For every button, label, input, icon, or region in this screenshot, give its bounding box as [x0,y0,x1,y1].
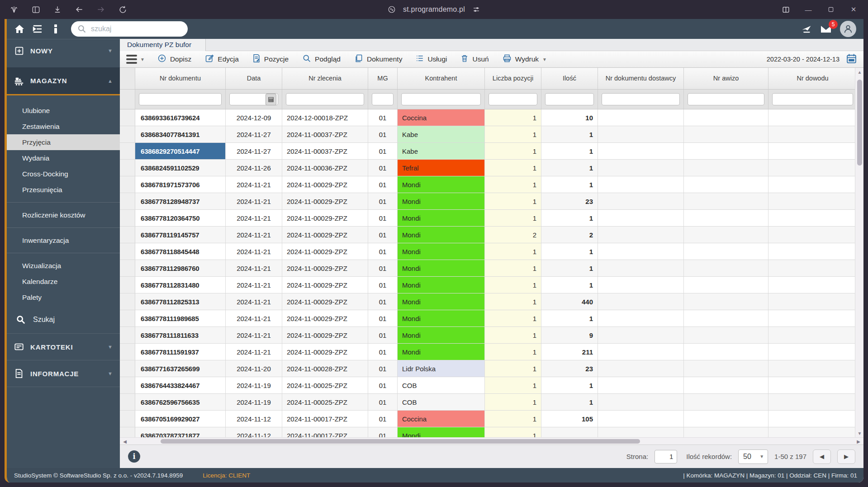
filter-input-nr-dokumentu[interactable] [139,93,222,105]
cell-nr-dokumentu-dostawcy[interactable] [598,260,684,276]
cell-nr-awizo[interactable] [684,193,768,209]
cell-kontrahent[interactable]: Mondi [398,427,485,437]
cell-nr-awizo[interactable] [684,310,768,326]
cell-mg[interactable]: 01 [368,327,398,343]
cell-nr-dowodu[interactable] [768,310,857,326]
cell-liczba-pozycji[interactable]: 1 [485,377,541,393]
downloads-icon[interactable] [52,5,62,14]
cell-data[interactable]: 2024-11-21 [226,293,282,310]
menu-collapse-icon[interactable] [32,24,43,34]
cell-kontrahent[interactable]: COB [398,377,485,393]
cell-ilosc[interactable]: 1 [541,277,598,293]
cell-nr-dokumentu-dostawcy[interactable] [598,193,684,209]
cell-nr-dokumentu[interactable]: 6386762596756635 [135,394,226,410]
cell-nr-dokumentu[interactable]: 6386705169929027 [135,411,226,427]
cell-nr-dokumentu-dostawcy[interactable] [598,411,684,427]
cell-ilosc[interactable]: 1 [541,143,598,159]
cell-mg[interactable]: 01 [368,243,398,260]
vertical-scroll-thumb[interactable] [857,80,862,165]
cell-nr-zlecenia[interactable]: 2024-11-00029-ZPZ [282,176,368,193]
cell-ilosc[interactable]: 1 [541,377,598,393]
cell-nr-dokumentu[interactable]: 6386778112831480 [135,277,226,293]
table-row[interactable]: 63867781289487372024-11-212024-11-00029-… [120,193,863,210]
grid-header-nr-dowodu[interactable]: Nr dowodu [768,68,857,89]
sidebar-item-inwentaryzacja[interactable]: Inwentaryzacja [7,232,120,248]
cell-mg[interactable]: 01 [368,310,398,326]
cell-liczba-pozycji[interactable]: 1 [485,210,541,226]
cell-liczba-pozycji[interactable]: 1 [485,260,541,276]
filter-input-nr-zlecenia[interactable] [286,93,364,105]
cell-nr-dowodu[interactable] [768,109,857,126]
cell-nr-awizo[interactable] [684,143,768,159]
cell-nr-dokumentu-dostawcy[interactable] [598,160,684,176]
cell-nr-awizo[interactable] [684,243,768,260]
cell-nr-dowodu[interactable] [768,193,857,209]
cell-nr-dokumentu-dostawcy[interactable] [598,227,684,243]
table-row[interactable]: 63867781118116332024-11-212024-11-00029-… [120,327,863,344]
cell-liczba-pozycji[interactable]: 1 [485,193,541,209]
cell-nr-zlecenia[interactable]: 2024-11-00037-ZPZ [282,143,368,159]
cell-nr-dokumentu[interactable]: 6386778112986760 [135,260,226,276]
cell-nr-dokumentu[interactable]: 6386824591102529 [135,160,226,176]
cell-nr-dokumentu[interactable]: 6386778111591937 [135,344,226,360]
close-button[interactable]: ✕ [849,5,858,14]
table-row[interactable]: 63867625967566352024-11-192024-11-00025-… [120,394,863,411]
table-row[interactable]: 63869336167396242024-12-092024-12-00018-… [120,109,863,126]
cell-nr-dokumentu[interactable]: 6386778111989685 [135,310,226,326]
cell-nr-zlecenia[interactable]: 2024-11-00029-ZPZ [282,260,368,276]
cell-kontrahent[interactable]: Mondi [398,277,485,293]
cell-nr-dokumentu[interactable]: 6386771637265699 [135,360,226,377]
toolbar-button-edycja[interactable]: Edycja [205,54,239,65]
cell-data[interactable]: 2024-11-21 [226,344,282,360]
tab-dokumenty-pz-bufor[interactable]: Dokumenty PZ bufor [120,39,206,51]
cell-nr-dokumentu-dostawcy[interactable] [598,143,684,159]
filter-input-nr-dokumentu-dostawcy[interactable] [602,93,680,105]
cell-nr-zlecenia[interactable]: 2024-11-00025-ZPZ [282,394,368,410]
cell-nr-dowodu[interactable] [768,377,857,393]
cell-nr-dokumentu-dostawcy[interactable] [598,344,684,360]
cell-nr-awizo[interactable] [684,227,768,243]
cell-nr-dowodu[interactable] [768,143,857,159]
toolbar-button-wydruk[interactable]: Wydruk▼ [503,54,547,65]
cell-kontrahent[interactable]: Mondi [398,176,485,193]
cell-liczba-pozycji[interactable]: 1 [485,243,541,260]
cell-ilosc[interactable]: 1 [541,210,598,226]
home-icon[interactable] [14,24,25,34]
table-row[interactable]: 63867037873718772024-11-122024-11-00017-… [120,427,863,437]
cell-mg[interactable]: 01 [368,227,398,243]
cell-mg[interactable]: 01 [368,160,398,176]
forward-icon[interactable] [96,5,106,14]
cell-nr-awizo[interactable] [684,210,768,226]
cell-mg[interactable]: 01 [368,344,398,360]
cell-nr-dokumentu-dostawcy[interactable] [598,243,684,260]
cell-nr-dokumentu-dostawcy[interactable] [598,126,684,142]
cell-nr-dowodu[interactable] [768,277,857,293]
cell-liczba-pozycji[interactable]: 1 [485,277,541,293]
cell-data[interactable]: 2024-11-21 [226,243,282,260]
cell-data[interactable]: 2024-11-21 [226,210,282,226]
cell-nr-awizo[interactable] [684,427,768,437]
grid-menu-button[interactable]: ▼ [126,55,145,64]
cell-kontrahent[interactable]: Mondi [398,210,485,226]
search-input[interactable] [91,25,172,33]
cell-liczba-pozycji[interactable]: 1 [485,360,541,377]
cell-liczba-pozycji[interactable]: 1 [485,327,541,343]
table-row[interactable]: 63867781115919372024-11-212024-11-00029-… [120,344,863,360]
table-row[interactable]: 63867716372656992024-11-202024-11-00028-… [120,360,863,377]
cell-kontrahent[interactable]: COB [398,394,485,410]
cell-nr-dowodu[interactable] [768,243,857,260]
cell-kontrahent[interactable]: Coccina [398,411,485,427]
cell-ilosc[interactable]: 1 [541,260,598,276]
cell-liczba-pozycji[interactable]: 1 [485,160,541,176]
sidebar-item-zestawienia[interactable]: Zestawienia [7,118,120,134]
cell-kontrahent[interactable]: Mondi [398,260,485,276]
cell-data[interactable]: 2024-11-26 [226,160,282,176]
cell-kontrahent[interactable]: Mondi [398,193,485,209]
cell-nr-dowodu[interactable] [768,126,857,142]
cell-mg[interactable]: 01 [368,277,398,293]
sidebar-section-informacje[interactable]: INFORMACJE ▼ [7,360,120,387]
sidebar-section-nowy[interactable]: NOWY ▼ [7,39,120,62]
sidebar-item-kalendarze[interactable]: Kalendarze [7,274,120,289]
grid-header-nr-awizo[interactable]: Nr awizo [684,68,768,89]
info-button[interactable]: i [128,450,140,463]
